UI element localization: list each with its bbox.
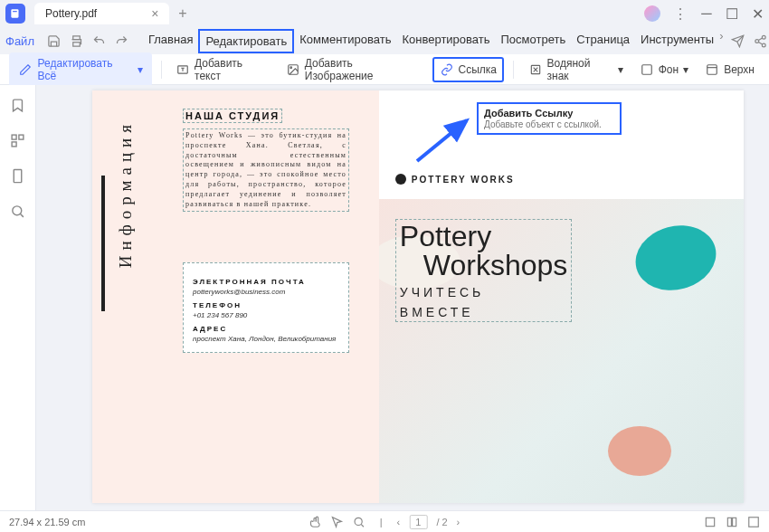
text-icon [176, 62, 190, 77]
close-window-icon[interactable]: ✕ [751, 7, 764, 20]
svg-line-19 [20, 214, 24, 217]
prev-page-icon[interactable]: ‹ [397, 517, 401, 527]
select-tool-icon[interactable] [331, 516, 344, 528]
watermark-button[interactable]: Водяной знак ▾ [523, 53, 629, 86]
document-tab[interactable]: Pottery.pdf × [34, 3, 169, 24]
maximize-icon[interactable]: ☐ [726, 7, 738, 20]
kebab-menu-icon[interactable]: ⋮ [673, 5, 688, 23]
svg-rect-14 [12, 135, 16, 139]
brand-logo: POTTERY WORKS [395, 174, 515, 185]
send-icon[interactable] [731, 34, 745, 48]
bookmark-icon[interactable] [10, 98, 25, 113]
svg-rect-23 [706, 518, 714, 526]
svg-rect-16 [12, 142, 16, 147]
svg-point-4 [762, 35, 765, 39]
hero-sub-1: УЧИТЕСЬ [400, 285, 567, 299]
hero-line-1: Pottery [400, 222, 567, 251]
svg-rect-25 [733, 518, 736, 526]
search-icon[interactable] [10, 204, 25, 219]
tab-tools[interactable]: Инструменты [635, 29, 719, 53]
workspace: Информация НАША СТУДИЯ Pottery Works — э… [36, 85, 769, 510]
redo-icon[interactable] [115, 34, 128, 48]
background-label: Фон [659, 63, 679, 76]
tab-title: Pottery.pdf [45, 7, 97, 20]
link-tooltip: Добавить Ссылку Добавьте объект с ссылко… [477, 102, 622, 135]
background-icon [640, 62, 654, 77]
tooltip-body: Добавьте объект с ссылкой. [484, 119, 602, 129]
edit-all-label: Редактировать Всё [38, 57, 132, 82]
fit-page-icon[interactable] [726, 516, 738, 528]
chevron-right-icon[interactable]: › [719, 29, 723, 53]
thumbnails-icon[interactable] [10, 133, 25, 148]
brand-dot-icon [395, 174, 406, 185]
add-text-button[interactable]: Добавить текст [170, 53, 275, 86]
address-heading: АДРЕС [193, 325, 339, 333]
statusbar: 27.94 x 21.59 cm | ‹ 1 / 2 › [0, 510, 769, 532]
edit-toolbar: Редактировать Всё ▾ Добавить текст Добав… [0, 54, 769, 85]
fit-width-icon[interactable] [704, 516, 717, 528]
svg-rect-12 [707, 64, 717, 74]
close-tab-icon[interactable]: × [151, 6, 158, 21]
svg-rect-24 [727, 518, 731, 526]
file-menu[interactable]: Файл [5, 34, 34, 48]
titlebar: Pottery.pdf × + ⋮ ─ ☐ ✕ [0, 0, 769, 27]
zoom-tool-icon[interactable] [353, 516, 366, 528]
chevron-down-icon: ▾ [683, 63, 688, 76]
zoom-dropdown-icon[interactable] [747, 516, 760, 528]
chevron-down-icon: ▾ [618, 63, 623, 76]
phone-heading: ТЕЛЕФОН [193, 301, 339, 309]
studio-body[interactable]: Pottery Works — это бутик-студия на прос… [183, 128, 349, 212]
page-total: / 2 [436, 517, 447, 527]
background-button[interactable]: Фон ▾ [634, 59, 694, 81]
svg-rect-3 [73, 42, 81, 45]
add-link-button[interactable]: Ссылка [432, 57, 504, 82]
print-icon[interactable] [70, 34, 83, 48]
brand-text: POTTERY WORKS [412, 175, 515, 185]
tab-edit[interactable]: Редактировать [198, 29, 294, 53]
hero-photo: Pottery Workshops УЧИТЕСЬ ВМЕСТЕ [379, 199, 744, 503]
address-value: проспект Хана, Лондон, Великобритания [193, 335, 339, 343]
svg-rect-0 [11, 9, 18, 17]
svg-rect-1 [13, 11, 17, 12]
hand-tool-icon[interactable] [309, 516, 322, 528]
menubar: Файл Главная Редактировать Комментироват… [0, 27, 769, 54]
user-avatar[interactable] [644, 5, 660, 22]
link-label: Ссылка [459, 63, 497, 76]
svg-rect-26 [749, 517, 759, 527]
watermark-label: Водяной знак [547, 57, 613, 82]
svg-point-9 [290, 66, 292, 68]
save-icon[interactable] [47, 34, 61, 48]
sidebar [0, 85, 36, 510]
add-image-button[interactable]: Добавить Изображение [280, 53, 426, 86]
undo-icon[interactable] [92, 34, 106, 48]
annotation-arrow-icon [413, 116, 476, 166]
header-button[interactable]: Верхн [699, 59, 760, 81]
vertical-label: Информация [116, 119, 136, 268]
tab-convert[interactable]: Конвертировать [396, 29, 495, 53]
edit-all-button[interactable]: Редактировать Всё ▾ [9, 52, 152, 87]
contact-card[interactable]: ЭЛЕКТРОННАЯ ПОЧТА potteryworks@business.… [183, 262, 349, 353]
titlebar-controls: ⋮ ─ ☐ ✕ [644, 5, 764, 23]
add-image-label: Добавить Изображение [305, 57, 422, 82]
next-page-icon[interactable]: › [457, 517, 460, 527]
studio-heading[interactable]: НАША СТУДИЯ [183, 109, 282, 123]
svg-line-20 [417, 120, 467, 161]
tab-page[interactable]: Страница [571, 29, 635, 53]
app-icon[interactable] [5, 4, 25, 24]
svg-rect-15 [19, 135, 24, 139]
svg-line-22 [361, 524, 364, 527]
header-label: Верхн [724, 63, 755, 76]
svg-point-5 [755, 39, 758, 43]
share-icon[interactable] [754, 34, 767, 48]
minimize-icon[interactable]: ─ [700, 7, 713, 20]
email-value: potteryworks@business.com [193, 288, 339, 296]
svg-point-18 [13, 206, 22, 215]
page-input[interactable]: 1 [409, 515, 427, 529]
tab-comment[interactable]: Комментировать [294, 29, 396, 53]
hero-text[interactable]: Pottery Workshops УЧИТЕСЬ ВМЕСТЕ [395, 219, 572, 322]
watermark-icon [528, 62, 543, 77]
tab-view[interactable]: Посмотреть [496, 29, 572, 53]
new-tab-button[interactable]: + [178, 5, 186, 22]
attachment-icon[interactable] [10, 168, 25, 184]
tab-home[interactable]: Главная [143, 29, 198, 53]
